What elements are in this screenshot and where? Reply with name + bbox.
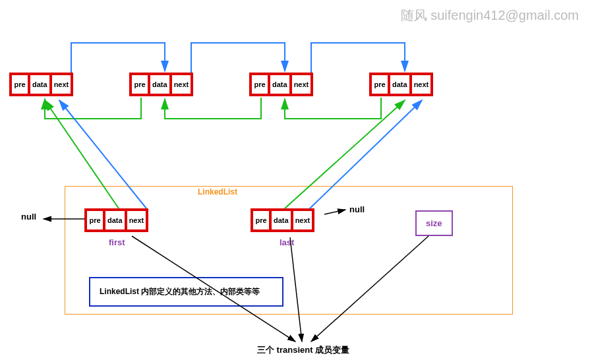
node-cell-pre: pre [370,74,389,95]
node-cell-data: data [389,74,411,95]
chain-node-4: pre data next [369,73,433,96]
node-cell-pre: pre [252,210,270,231]
node-cell-next: next [51,74,73,95]
node-cell-next: next [291,74,312,95]
node-cell-data: data [29,74,51,95]
node-cell-pre: pre [11,74,29,95]
node-cell-next: next [292,210,314,231]
chain-node-1: pre data next [9,73,73,96]
node-cell-next: next [411,74,432,95]
node-cell-data: data [104,210,126,231]
first-label: first [109,237,125,247]
last-label: last [280,237,294,247]
chain-node-3: pre data next [249,73,313,96]
chain-node-2: pre data next [129,73,193,96]
node-cell-next: next [171,74,192,95]
inner-methods-box: LinkedList 内部定义的其他方法、内部类等等 [89,277,283,307]
null-right-label: null [349,204,365,214]
node-cell-next: next [126,210,148,231]
node-cell-data: data [270,210,292,231]
first-node: pre data next [84,208,148,232]
bottom-caption: 三个 transient 成员变量 [257,344,349,356]
size-box: size [415,210,453,236]
last-node: pre data next [251,208,314,232]
watermark-text: 随风 suifengin412@gmail.com [401,7,579,24]
node-cell-data: data [269,74,291,95]
node-cell-pre: pre [131,74,149,95]
node-cell-pre: pre [86,210,104,231]
null-left-label: null [21,212,36,222]
linkedlist-label: LinkedList [198,187,237,197]
node-cell-pre: pre [251,74,269,95]
node-cell-data: data [149,74,171,95]
